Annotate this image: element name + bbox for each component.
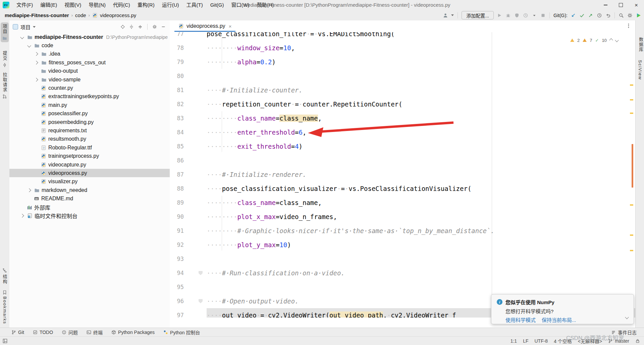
- user-caret-icon[interactable]: [451, 14, 454, 16]
- code-line-92[interactable]: 92········plot_y_max=10): [170, 238, 635, 252]
- tree-item-trainingsetprocess.py[interactable]: trainingsetprocess.py: [9, 152, 170, 160]
- tab-videoprocess[interactable]: videoprocess.py ×: [174, 20, 235, 32]
- breadcrumb-item[interactable]: code: [75, 12, 86, 18]
- folder-icon[interactable]: [34, 43, 40, 48]
- inspections-widget[interactable]: 2 7 ✓ 10: [568, 36, 620, 44]
- line-number[interactable]: 83: [170, 115, 186, 122]
- git-branch-icon[interactable]: [11, 330, 16, 335]
- statusbar-Python Packages[interactable]: Python Packages: [111, 330, 155, 335]
- commit-icon[interactable]: [2, 63, 7, 67]
- menu-item-7[interactable]: 工具(T): [182, 0, 206, 10]
- menu-item-1[interactable]: 编辑(E): [37, 0, 61, 10]
- folder-icon[interactable]: [41, 68, 46, 74]
- folder-icon[interactable]: [41, 77, 47, 82]
- problems-icon[interactable]: [62, 330, 66, 335]
- tab-close-icon[interactable]: ×: [229, 23, 232, 29]
- settings-icon[interactable]: [152, 24, 157, 29]
- python-console-icon[interactable]: [163, 330, 168, 335]
- python-file-icon[interactable]: [41, 120, 46, 125]
- tree-item-markdown_needed[interactable]: markdown_needed: [9, 186, 170, 194]
- text-file-icon[interactable]: [41, 128, 46, 133]
- tree-item-videocapture.py[interactable]: videocapture.py: [9, 160, 170, 169]
- tree-item-临时文件和控制台[interactable]: 临时文件和控制台: [9, 211, 170, 220]
- tree-item-外部库[interactable]: 外部库: [9, 203, 170, 211]
- tree-item-poseembedding.py[interactable]: poseembedding.py: [9, 118, 170, 126]
- menu-item-3[interactable]: 导航(N): [85, 0, 109, 10]
- menu-item-4[interactable]: 代码(C): [109, 0, 134, 10]
- collapse-all-icon[interactable]: [138, 24, 143, 29]
- line-number[interactable]: 92: [170, 242, 186, 248]
- tool-stripe-SciView[interactable]: SciView: [638, 60, 643, 80]
- menu-item-5[interactable]: 重构(R): [134, 0, 158, 10]
- python-file-icon[interactable]: [41, 153, 46, 159]
- locate-icon[interactable]: [120, 24, 125, 29]
- next-issue-icon[interactable]: [615, 38, 619, 42]
- statusbar-TODO[interactable]: TODO: [33, 330, 53, 335]
- tool-stripe-项目[interactable]: 项目: [1, 22, 9, 42]
- code-editor[interactable]: 77pose_classification_filter·=·vs.EMADic…: [170, 32, 635, 318]
- close-button[interactable]: ×: [629, 0, 644, 10]
- code-line-87[interactable]: 87····#·Initialize·renderer.: [170, 167, 635, 182]
- code-line-90[interactable]: 90········plot_x_max=video_n_frames,: [170, 210, 635, 224]
- bookmarks-icon[interactable]: [2, 290, 7, 295]
- plugin-icon[interactable]: [636, 13, 641, 18]
- tree-item-code[interactable]: code: [9, 41, 170, 50]
- line-number[interactable]: 87: [170, 171, 186, 178]
- python-file-icon[interactable]: [41, 179, 46, 184]
- warning-stripe-mark[interactable]: [630, 234, 633, 236]
- warning-stripe-mark[interactable]: [630, 99, 633, 100]
- menu-item-8[interactable]: Git(G): [207, 0, 228, 10]
- layout-icon[interactable]: [3, 339, 7, 343]
- expand-all-icon[interactable]: [129, 24, 134, 29]
- code-line-80[interactable]: 80: [170, 69, 635, 83]
- python-file-icon[interactable]: [41, 162, 46, 167]
- breadcrumb-item[interactable]: mediapipe-Fitness-counter: [5, 12, 69, 18]
- statusbar-Git[interactable]: Git: [11, 330, 24, 335]
- notification-link-0[interactable]: 使用科学模式: [505, 316, 536, 323]
- line-number[interactable]: 89: [170, 199, 186, 206]
- debug-icon[interactable]: [505, 13, 511, 18]
- python-file-icon[interactable]: [41, 136, 46, 142]
- packages-icon[interactable]: [111, 330, 116, 335]
- git-update-icon[interactable]: [571, 13, 576, 18]
- user-icon[interactable]: [443, 13, 448, 18]
- lock-icon[interactable]: [635, 339, 640, 343]
- add-configuration-button[interactable]: 添加配置...: [462, 11, 494, 19]
- tool-stripe-提交[interactable]: 提交: [1, 49, 9, 69]
- code-line-91[interactable]: 91········#·Graphic·looks·nicer·if·it's·…: [170, 224, 635, 238]
- line-number[interactable]: 79: [170, 59, 186, 65]
- line-number[interactable]: 80: [170, 73, 186, 79]
- line-number[interactable]: 84: [170, 129, 186, 136]
- tree-toggle-icon[interactable]: [34, 78, 38, 81]
- folder-icon[interactable]: [41, 60, 47, 65]
- tree-item-resultsmooth.py[interactable]: resultsmooth.py: [9, 135, 170, 143]
- code-line-89[interactable]: 89········class_name=class_name,: [170, 196, 635, 210]
- tool-stripe-拉取请求[interactable]: 拉取请求: [1, 71, 9, 100]
- line-number[interactable]: 82: [170, 101, 186, 108]
- notification-link-1[interactable]: 保持当前布局...: [542, 316, 576, 323]
- code-line-95[interactable]: 95: [170, 280, 635, 294]
- tree-item-poseclassifier.py[interactable]: poseclassifier.py: [9, 110, 170, 118]
- tree-item-.idea[interactable]: .idea: [9, 50, 170, 58]
- folder-icon[interactable]: [34, 188, 40, 193]
- rollback-icon[interactable]: [605, 13, 611, 18]
- history-icon[interactable]: [597, 13, 602, 18]
- code-line-77[interactable]: 77pose_classification_filter·=·vs.EMADic…: [170, 32, 635, 41]
- tree-item-counter.py[interactable]: counter.py: [9, 84, 170, 92]
- code-line-81[interactable]: 81····#·Initialize·counter.: [170, 83, 635, 97]
- code-line-79[interactable]: 79········alpha=0.2): [170, 55, 635, 69]
- tree-toggle-icon[interactable]: [20, 35, 24, 39]
- python-file-icon[interactable]: [41, 102, 46, 108]
- tree-item-mediapipe-Fitness-counter[interactable]: mediapipe-Fitness-counterD:\PythonProgra…: [9, 33, 170, 41]
- menu-item-0[interactable]: 文件(F): [13, 0, 37, 10]
- tree-item-extracttrainingsetkeypoints.py[interactable]: extracttrainingsetkeypoints.py: [9, 92, 170, 101]
- statusbar-问题[interactable]: 问题: [62, 329, 78, 336]
- python-file-icon[interactable]: [41, 111, 46, 116]
- folder-icon[interactable]: [27, 34, 33, 40]
- tree-toggle-icon[interactable]: [20, 214, 24, 217]
- warning-stripe-mark[interactable]: [630, 113, 633, 114]
- search-icon[interactable]: [619, 13, 624, 18]
- coverage-icon[interactable]: [514, 13, 520, 18]
- status-widget-2[interactable]: UTF-8: [534, 338, 548, 344]
- line-number[interactable]: 81: [170, 87, 186, 93]
